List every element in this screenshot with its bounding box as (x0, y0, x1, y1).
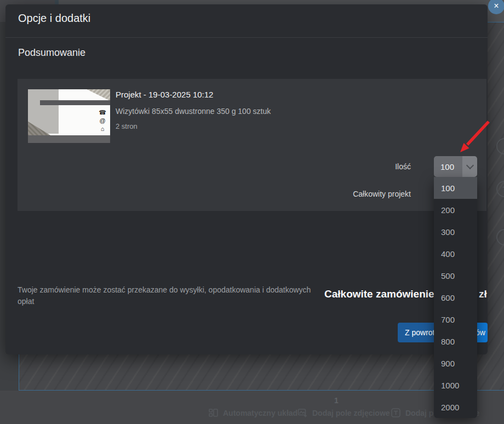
auto-layout-button[interactable]: Automatyczny układ (208, 408, 297, 418)
add-image-icon (297, 408, 308, 418)
dropdown-option-300[interactable]: 300 (434, 221, 477, 243)
order-total-label: Całkowite zamówienie (324, 288, 434, 300)
thumbnail-contact-icons: ☎ @ ⌂ (99, 110, 106, 132)
close-icon: × (494, 1, 499, 11)
page-indicator: 1 (331, 396, 342, 405)
layout-icon (208, 408, 219, 418)
auto-layout-label: Automatyczny układ (223, 409, 297, 417)
dropdown-option-2000[interactable]: 2000 (434, 396, 477, 418)
dropdown-option-700[interactable]: 700 (434, 308, 477, 330)
dropdown-option-900[interactable]: 900 (434, 352, 477, 374)
summary-heading: Podsumowanie (18, 47, 85, 59)
dropdown-option-400[interactable]: 400 (434, 243, 477, 265)
add-text-icon (391, 408, 401, 418)
dropdown-option-1000[interactable]: 1000 (434, 374, 477, 396)
phone-icon: ☎ (99, 110, 106, 116)
dialog-title: Opcje i dodatki (18, 12, 90, 25)
at-icon: @ (100, 118, 106, 124)
dropdown-option-800[interactable]: 800 (434, 330, 477, 352)
app-background: 1 Automatyczny układ Dodaj pole zdjęciow… (0, 0, 504, 424)
total-project-label: Całkowity projekt (353, 190, 411, 198)
quantity-label: Ilość (395, 162, 411, 171)
order-total-currency: zł (479, 288, 487, 300)
quantity-selected-value: 100 (434, 156, 462, 177)
quantity-dropdown-list: 10020030040050060070080090010002000 (434, 177, 477, 418)
options-dialog: Opcje i dodatki Podsumowanie ☎ @ ⌂ Proje… (5, 4, 488, 354)
project-thumbnail: ☎ @ ⌂ (28, 89, 110, 143)
header-divider (5, 37, 488, 38)
dropdown-option-600[interactable]: 600 (434, 287, 477, 308)
order-summary-card: ☎ @ ⌂ Projekt - 19-03-2025 10:12 Wizytów… (18, 79, 486, 211)
project-name: Projekt - 19-03-2025 10:12 (116, 90, 213, 99)
order-disclaimer: Twoje zamówienie może zostać przekazane … (18, 284, 320, 307)
quantity-select[interactable]: 100 (434, 156, 477, 177)
product-description: Wizytówki 85x55 dwustronne 350 g 100 szt… (116, 107, 271, 116)
dropdown-option-500[interactable]: 500 (434, 265, 477, 287)
dropdown-option-200[interactable]: 200 (434, 199, 477, 221)
home-icon: ⌂ (101, 126, 105, 132)
close-button[interactable]: × (488, 0, 504, 14)
add-image-field-button[interactable]: Dodaj pole zdjęciowe (297, 408, 390, 418)
thumbnail-title-bar (40, 100, 110, 105)
thumbnail-footer-strip (28, 135, 110, 143)
dropdown-option-100[interactable]: 100 (434, 177, 477, 199)
page-count: 2 stron (116, 122, 138, 130)
add-image-field-label: Dodaj pole zdjęciowe (312, 409, 390, 417)
chevron-down-icon (462, 156, 477, 177)
